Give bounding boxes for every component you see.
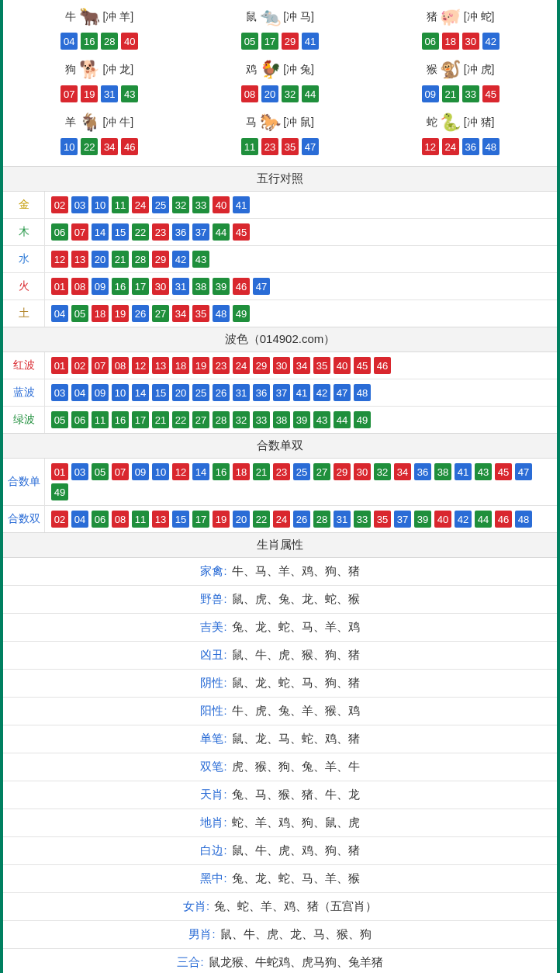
number-ball: 38 xyxy=(192,278,209,295)
zodiac-chong: [冲 羊] xyxy=(102,10,133,24)
number-ball: 02 xyxy=(51,196,68,213)
attr-row: 女肖: 兔、蛇、羊、鸡、猪（五宫肖） xyxy=(3,893,557,921)
number-ball: 31 xyxy=(101,85,118,102)
number-ball: 46 xyxy=(374,357,391,374)
wuxing-table: 金02031011242532334041木060714152223363744… xyxy=(3,192,557,327)
attr-text: 兔、蛇、羊、鸡、猪（五宫肖） xyxy=(214,900,377,912)
attr-row: 家禽: 牛、马、羊、鸡、狗、猪 xyxy=(3,558,557,586)
number-ball: 16 xyxy=(213,463,230,480)
number-ball: 05 xyxy=(241,33,258,50)
number-ball: 26 xyxy=(293,511,310,528)
number-ball: 13 xyxy=(152,511,169,528)
number-ball: 34 xyxy=(101,138,118,155)
attr-label: 凶丑: xyxy=(200,649,230,661)
number-ball: 24 xyxy=(233,357,250,374)
number-ball: 15 xyxy=(172,511,189,528)
number-ball: 17 xyxy=(132,411,149,428)
number-ball: 02 xyxy=(71,357,88,374)
number-ball: 41 xyxy=(233,196,250,213)
number-ball: 31 xyxy=(334,511,351,528)
number-ball: 19 xyxy=(213,511,230,528)
attr-row: 白边: 鼠、牛、虎、鸡、狗、猪 xyxy=(3,837,557,865)
number-ball: 27 xyxy=(152,305,169,322)
number-ball: 31 xyxy=(172,278,189,295)
row-content: 03040910141520252631363741424748 xyxy=(45,379,557,406)
number-ball: 42 xyxy=(455,511,472,528)
number-ball: 20 xyxy=(261,85,278,102)
row-content: 0102070812131819232429303435404546 xyxy=(45,352,557,379)
attr-text: 鼠、龙、蛇、马、狗、猪 xyxy=(232,677,360,689)
zodiac-top: 狗🐕[冲 龙] xyxy=(65,57,133,82)
number-ball: 29 xyxy=(152,251,169,268)
row-content: 0108091617303138394647 xyxy=(45,273,557,300)
number-ball: 40 xyxy=(213,196,230,213)
ball-row: 1213202128294243 xyxy=(51,251,209,268)
attr-text: 虎、猴、狗、兔、羊、牛 xyxy=(232,760,360,773)
number-ball: 14 xyxy=(192,463,209,480)
number-ball: 48 xyxy=(213,305,230,322)
zodiac-cell: 猪🐖[冲 蛇]06183042 xyxy=(370,2,551,54)
table-row: 金02031011242532334041 xyxy=(3,192,557,219)
number-ball: 07 xyxy=(92,357,109,374)
number-ball: 22 xyxy=(172,411,189,428)
number-ball: 06 xyxy=(51,223,68,241)
number-ball: 49 xyxy=(354,411,371,428)
section-header-bose: 波色（014902.com） xyxy=(3,327,557,352)
number-ball: 43 xyxy=(313,411,330,428)
number-ball: 18 xyxy=(442,33,459,50)
number-ball: 44 xyxy=(334,411,351,428)
zodiac-icon: 🐀 xyxy=(257,6,283,28)
attr-text: 鼠、龙、马、蛇、鸡、猪 xyxy=(232,732,360,745)
number-ball: 43 xyxy=(121,85,138,102)
ball-row: 08203244 xyxy=(241,85,319,102)
row-content: 0204060811131517192022242628313335373940… xyxy=(45,506,557,532)
row-content: 06071415222336374445 xyxy=(45,219,557,245)
attr-row: 三合: 鼠龙猴、牛蛇鸡、虎马狗、兔羊猪 xyxy=(3,949,557,973)
number-ball: 36 xyxy=(172,223,189,241)
attr-label: 三合: xyxy=(177,956,206,968)
zodiac-icon: 🐓 xyxy=(257,59,283,81)
attr-label: 阳性: xyxy=(200,705,230,717)
number-ball: 29 xyxy=(253,357,270,374)
zodiac-name: 鼠 xyxy=(246,10,257,24)
number-ball: 11 xyxy=(92,411,109,428)
number-ball: 17 xyxy=(132,278,149,295)
zodiac-icon: 🐂 xyxy=(76,6,102,28)
number-ball: 14 xyxy=(132,384,149,401)
attr-text: 鼠、牛、虎、鸡、狗、猪 xyxy=(232,844,360,857)
number-ball: 46 xyxy=(121,138,138,155)
row-label: 金 xyxy=(3,192,45,218)
number-ball: 48 xyxy=(354,384,371,401)
zodiac-name: 猪 xyxy=(427,10,437,24)
number-ball: 36 xyxy=(253,384,270,401)
number-ball: 46 xyxy=(233,278,250,295)
ball-row: 0102070812131819232429303435404546 xyxy=(51,357,391,374)
number-ball: 33 xyxy=(354,511,371,528)
attr-text: 兔、龙、蛇、马、羊、猴 xyxy=(232,872,360,885)
number-ball: 19 xyxy=(192,357,209,374)
attr-label: 地肖: xyxy=(200,816,230,829)
table-row: 红波0102070812131819232429303435404546 xyxy=(3,352,557,379)
number-ball: 08 xyxy=(71,278,88,295)
number-ball: 21 xyxy=(442,85,459,102)
number-ball: 04 xyxy=(71,511,88,528)
number-ball: 40 xyxy=(334,357,351,374)
table-row: 蓝波03040910141520252631363741424748 xyxy=(3,379,557,407)
attr-text: 兔、龙、蛇、马、羊、鸡 xyxy=(232,621,360,633)
number-ball: 04 xyxy=(60,33,78,50)
number-ball: 49 xyxy=(51,483,68,500)
ball-row: 09213345 xyxy=(422,85,500,102)
number-ball: 11 xyxy=(132,511,149,528)
number-ball: 41 xyxy=(302,33,319,50)
row-content: 04051819262734354849 xyxy=(45,300,557,327)
number-ball: 01 xyxy=(51,278,68,295)
row-label: 蓝波 xyxy=(3,379,45,406)
number-ball: 26 xyxy=(132,305,149,322)
table-row: 水1213202128294243 xyxy=(3,246,557,273)
number-ball: 28 xyxy=(132,251,149,268)
number-ball: 45 xyxy=(354,357,371,374)
attr-text: 鼠、牛、虎、猴、狗、猪 xyxy=(232,649,360,661)
zodiac-chong: [冲 马] xyxy=(283,10,314,24)
table-row: 合数单0103050709101214161821232527293032343… xyxy=(3,459,557,506)
number-ball: 44 xyxy=(475,511,492,528)
